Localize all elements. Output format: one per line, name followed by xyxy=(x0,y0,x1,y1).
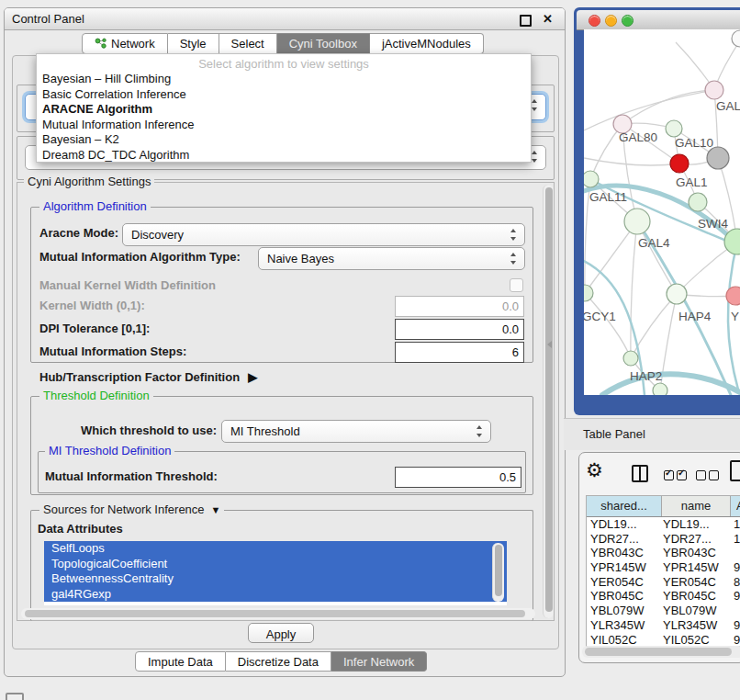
deselect-all-checkbox-icon[interactable] xyxy=(696,470,706,480)
table-row[interactable]: YPR145WYPR145W9. xyxy=(587,560,740,575)
column-header-shared-name[interactable]: shared... xyxy=(587,496,662,516)
tab-label: Impute Data xyxy=(148,651,213,672)
settings-vscrollbar[interactable] xyxy=(543,185,554,618)
network-node-gal11[interactable] xyxy=(584,171,599,187)
node-label: Y xyxy=(731,310,739,323)
network-node[interactable] xyxy=(732,30,740,47)
scrollbar-thumb[interactable] xyxy=(545,187,553,612)
table-row[interactable]: YBL079WYBL079W xyxy=(587,604,740,618)
scrollbar-thumb[interactable] xyxy=(25,610,525,617)
which-threshold-combo[interactable]: MI Threshold xyxy=(221,420,491,443)
attribute-list-scrollbar[interactable] xyxy=(492,543,504,602)
network-node[interactable] xyxy=(670,154,689,173)
network-node-gal1[interactable] xyxy=(689,193,707,211)
cyni-bottom-tabs: Impute Data Discretize Data Infer Networ… xyxy=(135,651,427,672)
network-node-gal10[interactable] xyxy=(666,120,682,137)
network-window-titlebar[interactable] xyxy=(577,10,740,30)
control-panel-titlebar[interactable]: Control Panel ✕ xyxy=(5,8,565,30)
settings-gear-icon[interactable]: ⚙ xyxy=(586,460,603,480)
deselect-all-checkbox-icon[interactable] xyxy=(709,470,719,480)
select-all-checkbox-icon[interactable]: ✓ xyxy=(664,470,674,480)
combo-arrows-icon xyxy=(531,150,539,164)
algorithm-option[interactable]: Bayesian – K2 xyxy=(37,132,531,148)
settings-hscrollbar[interactable] xyxy=(21,608,535,619)
table-row[interactable]: YDR27...YDR27...12 xyxy=(587,532,740,547)
network-node[interactable] xyxy=(707,147,729,169)
minimize-traffic-light[interactable] xyxy=(605,15,617,27)
attribute-list-item[interactable]: TopologicalCoefficient xyxy=(44,557,507,572)
attribute-list-item[interactable]: SelfLoops xyxy=(44,541,507,557)
algorithm-option[interactable]: Basic Correlation Inference xyxy=(37,87,531,103)
data-attributes-list[interactable]: SelfLoopsTopologicalCoefficientBetweenne… xyxy=(44,541,507,605)
hub-definition-toggle[interactable]: Hub/Transcription Factor Definition▶ xyxy=(39,370,257,385)
scrollbar-thumb[interactable] xyxy=(495,545,502,596)
combo-arrows-icon xyxy=(476,424,484,438)
sources-group-title[interactable]: Sources for Network Inference▼ xyxy=(39,502,224,516)
table-row[interactable]: YBR043CYBR043C xyxy=(587,546,740,560)
table-cell: YPR145W xyxy=(587,560,661,575)
network-node-hap4[interactable] xyxy=(667,284,687,304)
node-label: SWI4 xyxy=(698,217,728,231)
table-hscrollbar[interactable] xyxy=(582,646,740,658)
expand-right-icon[interactable]: ▶ xyxy=(248,370,257,385)
show-columns-icon[interactable] xyxy=(632,465,648,482)
float-window-icon[interactable] xyxy=(520,15,532,27)
settings-scrollpane: Algorithm Definition Aracne Mode: Discov… xyxy=(17,182,555,621)
select-all-checkbox-icon[interactable]: ✓ xyxy=(677,470,687,480)
tab-network[interactable]: Network xyxy=(82,33,168,54)
table-row[interactable]: YER054CYER054C8. xyxy=(587,575,740,590)
tab-style[interactable]: Style xyxy=(168,33,219,54)
manual-kernel-checkbox[interactable] xyxy=(510,278,523,292)
network-graph: GALGAL80GAL10GAL1GAL11SWI4GAL4GCY1HAP4YH… xyxy=(584,29,740,395)
new-file-icon[interactable] xyxy=(730,460,740,481)
apply-button[interactable]: Apply xyxy=(248,623,314,643)
table-row[interactable]: YDL19...YDL19...13 xyxy=(587,517,740,532)
dpi-tolerance-field[interactable]: 0.0 xyxy=(395,319,524,340)
algorithm-option[interactable]: Bayesian – Hill Climbing xyxy=(37,72,531,87)
tab-label: Discretize Data xyxy=(238,651,319,672)
tab-select[interactable]: Select xyxy=(219,33,277,54)
tab-impute-data[interactable]: Impute Data xyxy=(135,651,226,672)
algorithm-option[interactable]: ARACNE Algorithm xyxy=(37,102,531,118)
tab-jactivemnodules[interactable]: jActiveMNodules xyxy=(370,33,484,54)
aracne-mode-value: Discovery xyxy=(131,224,184,245)
table-header-row: shared... name A xyxy=(587,496,740,517)
tab-cyni-toolbox[interactable]: Cyni Toolbox xyxy=(277,33,370,54)
table-row[interactable]: YLR345WYLR345W9. xyxy=(587,618,740,633)
network-node-gal[interactable] xyxy=(705,81,723,99)
aracne-mode-combo[interactable]: Discovery xyxy=(122,223,525,246)
mi-threshold-field[interactable]: 0.5 xyxy=(395,467,521,488)
scrollbar-thumb[interactable] xyxy=(585,648,732,656)
network-node-y[interactable] xyxy=(726,287,740,305)
network-node[interactable] xyxy=(653,383,667,395)
mi-type-combo[interactable]: Naive Bayes xyxy=(258,247,525,270)
table-row[interactable]: YIL052CYIL052C9. xyxy=(587,633,740,648)
table-cell: YBL079W xyxy=(661,604,729,618)
bottom-left-partial-icon[interactable] xyxy=(6,693,24,700)
close-traffic-light[interactable] xyxy=(589,15,600,27)
network-node-gal4[interactable] xyxy=(624,209,650,234)
close-window-icon[interactable]: ✕ xyxy=(543,11,553,27)
network-node-gcy1[interactable] xyxy=(584,285,593,301)
algorithm-option[interactable]: Dream8 DC_TDC Algorithm xyxy=(37,148,531,164)
column-header-name[interactable]: name xyxy=(662,496,731,516)
attribute-list-item[interactable]: gal4RGexp xyxy=(44,587,507,603)
table-row[interactable]: YBR045CYBR045C9. xyxy=(587,589,740,604)
tab-discretize-data[interactable]: Discretize Data xyxy=(226,651,331,672)
table-cell: YDR27... xyxy=(661,532,729,547)
table-cell: YDL19... xyxy=(587,517,661,532)
tab-label: Cyni Toolbox xyxy=(289,33,357,54)
network-canvas[interactable]: GALGAL80GAL10GAL1GAL11SWI4GAL4GCY1HAP4YH… xyxy=(584,29,740,395)
table-rows: YDL19...YDL19...13YDR27...YDR27...12YBR0… xyxy=(587,517,740,647)
mi-steps-field[interactable]: 6 xyxy=(395,342,524,363)
attribute-list-item[interactable]: BetweennessCentrality xyxy=(44,571,507,587)
collapse-down-icon[interactable]: ▼ xyxy=(211,504,221,515)
algorithm-option[interactable]: Mutual Information Inference xyxy=(37,118,531,133)
network-node-hap2[interactable] xyxy=(623,351,638,366)
column-header-clipped[interactable]: A xyxy=(731,496,740,516)
combo-arrows-icon xyxy=(510,252,518,265)
split-pane-handle[interactable] xyxy=(547,341,552,348)
zoom-traffic-light[interactable] xyxy=(622,15,633,27)
node-label: GAL80 xyxy=(619,130,657,144)
tab-infer-network[interactable]: Infer Network xyxy=(331,651,427,672)
